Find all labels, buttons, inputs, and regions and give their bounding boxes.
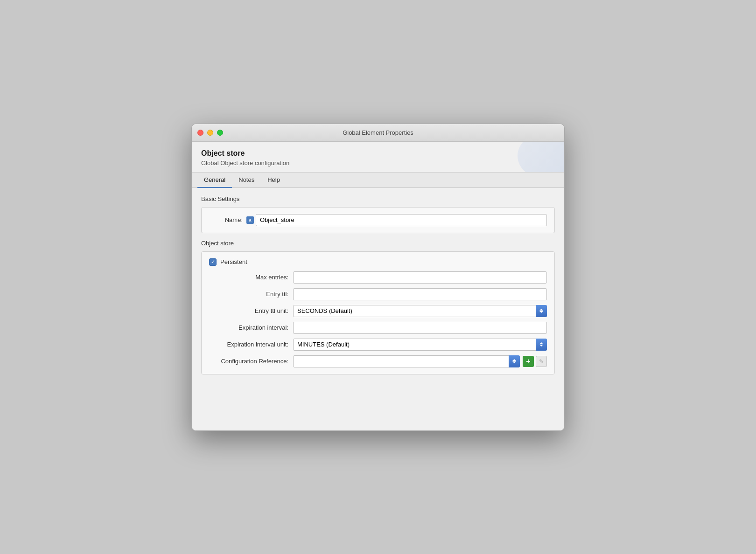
entry-ttl-unit-select[interactable]: SECONDS (Default) MILLISECONDS MINUTES H…	[293, 305, 547, 317]
config-reference-wrapper	[293, 355, 520, 367]
max-entries-row: Max entries:	[209, 271, 547, 284]
config-actions: + ✎	[523, 356, 547, 367]
edit-config-button[interactable]: ✎	[536, 356, 547, 367]
header-section: Object store Global Object store configu…	[192, 142, 564, 172]
entry-ttl-unit-wrapper: SECONDS (Default) MILLISECONDS MINUTES H…	[293, 305, 547, 317]
tab-content-general: Basic Settings Name: a Object store ✓ Pe…	[192, 188, 564, 430]
close-button[interactable]	[197, 130, 203, 136]
basic-settings-title: Basic Settings	[201, 195, 555, 202]
max-entries-input[interactable]	[293, 271, 547, 284]
minimize-button[interactable]	[207, 130, 213, 136]
expiration-interval-row: Expiration interval:	[209, 322, 547, 334]
tabs-bar: General Notes Help	[192, 172, 564, 188]
traffic-lights	[197, 130, 223, 136]
entry-ttl-unit-row: Entry ttl unit: SECONDS (Default) MILLIS…	[209, 305, 547, 317]
entry-ttl-unit-label: Entry ttl unit:	[209, 307, 293, 314]
persistent-row: ✓ Persistent	[209, 258, 547, 266]
maximize-button[interactable]	[217, 130, 223, 136]
expiration-interval-label: Expiration interval:	[209, 324, 293, 331]
tab-help[interactable]: Help	[261, 173, 287, 188]
tab-notes[interactable]: Notes	[232, 173, 261, 188]
persistent-label: Persistent	[220, 258, 247, 265]
name-label: Name:	[209, 216, 246, 223]
add-config-button[interactable]: +	[523, 356, 534, 367]
titlebar: Global Element Properties	[192, 124, 564, 142]
entry-ttl-label: Entry ttl:	[209, 291, 293, 298]
name-input[interactable]	[256, 214, 547, 226]
header-title: Object store	[201, 149, 555, 158]
config-reference-label: Configuration Reference:	[209, 358, 293, 365]
expiration-interval-unit-label: Expiration interval unit:	[209, 341, 293, 348]
entry-ttl-row: Entry ttl:	[209, 288, 547, 300]
config-reference-select[interactable]	[293, 355, 520, 367]
main-window: Global Element Properties Object store G…	[191, 124, 565, 431]
window-title: Global Element Properties	[343, 129, 413, 136]
object-store-section-title: Object store	[201, 240, 555, 247]
max-entries-label: Max entries:	[209, 274, 293, 281]
expiration-interval-unit-wrapper: MINUTES (Default) SECONDS MILLISECONDS H…	[293, 339, 547, 351]
header-subtitle: Global Object store configuration	[201, 159, 555, 166]
basic-settings-box: Name: a	[201, 207, 555, 233]
name-row: Name: a	[209, 214, 547, 226]
tab-general[interactable]: General	[197, 173, 232, 188]
header-decoration	[518, 142, 564, 172]
object-store-box: ✓ Persistent Max entries: Entry ttl: Ent…	[201, 251, 555, 374]
expiration-interval-unit-select[interactable]: MINUTES (Default) SECONDS MILLISECONDS H…	[293, 339, 547, 351]
persistent-checkbox[interactable]: ✓	[209, 258, 217, 266]
config-reference-row: Configuration Reference: + ✎	[209, 355, 547, 367]
entry-ttl-input[interactable]	[293, 288, 547, 300]
expiration-interval-unit-row: Expiration interval unit: MINUTES (Defau…	[209, 339, 547, 351]
expiration-interval-input[interactable]	[293, 322, 547, 334]
name-icon: a	[246, 216, 254, 224]
